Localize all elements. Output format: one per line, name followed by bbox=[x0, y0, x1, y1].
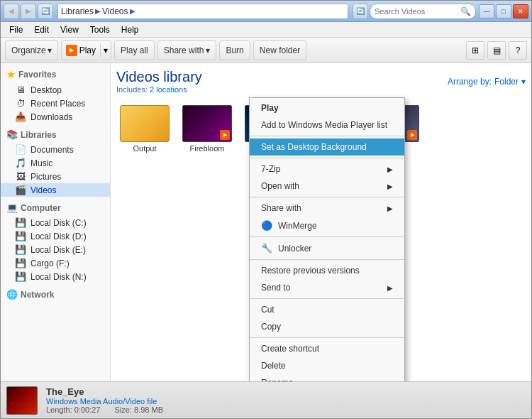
library-subtitle: Includes: 2 locations bbox=[116, 85, 202, 94]
disk-e-icon: 💾 bbox=[15, 244, 26, 255]
sidebar-favorites-label: Favorites bbox=[18, 70, 56, 80]
status-details: Length: 0:00:27 Size: 8.98 MB bbox=[46, 406, 526, 414]
sidebar-desktop-label: Desktop bbox=[31, 85, 62, 95]
ctx-rename[interactable]: Rename bbox=[250, 374, 404, 381]
search-box[interactable]: 🔍 bbox=[370, 4, 476, 19]
view-toggle-button[interactable]: ⊞ bbox=[466, 41, 484, 60]
search-input[interactable] bbox=[375, 7, 458, 16]
sidebar-disk-c-label: Local Disk (C:) bbox=[31, 218, 87, 228]
ctx-open-with-arrow-icon: ▶ bbox=[387, 183, 393, 190]
ctx-set-desktop[interactable]: Set as Desktop Background bbox=[250, 138, 404, 156]
file-item-firebloom[interactable]: ▶ Firebloom bbox=[179, 102, 235, 156]
ctx-copy[interactable]: Copy bbox=[250, 318, 404, 335]
ctx-add-to-wmp[interactable]: Add to Windows Media Player list bbox=[250, 116, 404, 134]
play-main[interactable]: ▶ Play bbox=[62, 43, 101, 58]
sidebar-item-disk-d[interactable]: 💾 Local Disk (D:) bbox=[1, 229, 110, 243]
menu-tools[interactable]: Tools bbox=[84, 23, 116, 36]
sidebar-videos-label: Videos bbox=[31, 185, 56, 195]
organize-button[interactable]: Organize ▾ bbox=[5, 40, 58, 60]
help-button[interactable]: ? bbox=[509, 41, 527, 60]
sidebar-recent-label: Recent Places bbox=[31, 99, 85, 109]
sidebar-network-label: Network bbox=[21, 290, 54, 300]
sidebar-item-pictures[interactable]: 🖼 Pictures bbox=[1, 170, 110, 183]
sidebar-item-disk-c[interactable]: 💾 Local Disk (C:) bbox=[1, 216, 110, 229]
up-button[interactable]: 🔄 bbox=[38, 4, 53, 19]
ctx-7zip[interactable]: 7-Zip ▶ bbox=[250, 160, 404, 178]
menu-file[interactable]: File bbox=[4, 23, 28, 36]
ctx-open-with[interactable]: Open with ▶ bbox=[250, 178, 404, 195]
refresh-button[interactable]: 🔄 bbox=[353, 4, 368, 19]
sidebar-item-downloads[interactable]: 📥 Downloads bbox=[1, 110, 110, 124]
play-dropdown[interactable]: ▾ bbox=[101, 44, 111, 57]
status-filename: The_Eye bbox=[46, 386, 526, 397]
sidebar-network-section: 🌐 Network bbox=[1, 286, 110, 303]
ctx-delete[interactable]: Delete bbox=[250, 357, 404, 374]
unlocker-icon: 🔧 bbox=[261, 243, 272, 254]
menu-edit[interactable]: Edit bbox=[28, 23, 55, 36]
nav-area: ◀ ▶ 🔄 Libraries ▶ Videos ▶ 🔄 🔍 bbox=[4, 4, 476, 19]
sidebar-downloads-label: Downloads bbox=[31, 112, 72, 122]
play-button[interactable]: ▶ Play ▾ bbox=[61, 40, 111, 60]
burn-button[interactable]: Burn bbox=[219, 40, 250, 60]
sidebar-item-disk-n[interactable]: 💾 Local Disk (N:) bbox=[1, 270, 110, 283]
ctx-winmerge[interactable]: 🔵 WinMerge bbox=[250, 217, 404, 234]
ctx-restore[interactable]: Restore previous versions bbox=[250, 262, 404, 279]
sidebar-documents-label: Documents bbox=[31, 145, 74, 155]
sidebar-computer-header[interactable]: 💻 Computer bbox=[1, 200, 110, 216]
address-bar[interactable]: Libraries ▶ Videos ▶ bbox=[57, 4, 348, 19]
maximize-button[interactable]: □ bbox=[496, 4, 511, 18]
ctx-unlocker[interactable]: 🔧 Unlocker bbox=[250, 239, 404, 257]
sidebar-item-cargo-f[interactable]: 💾 Cargo (F:) bbox=[1, 256, 110, 270]
play-all-button[interactable]: Play all bbox=[114, 40, 155, 60]
context-menu: Play Add to Windows Media Player list Se… bbox=[249, 97, 405, 381]
computer-icon: 💻 bbox=[6, 202, 18, 213]
file-area[interactable]: Videos library Includes: 2 locations Arr… bbox=[111, 63, 531, 381]
details-pane-button[interactable]: ▤ bbox=[487, 41, 506, 60]
ctx-sep-1 bbox=[250, 136, 404, 136]
sidebar-item-disk-e[interactable]: 💾 Local Disk (E:) bbox=[1, 243, 110, 256]
sidebar-libraries-header[interactable]: 📚 Libraries bbox=[1, 126, 110, 143]
file-item-output[interactable]: Output bbox=[116, 102, 173, 156]
locations-link[interactable]: 2 locations bbox=[150, 85, 187, 94]
crumb-videos[interactable]: Videos bbox=[102, 6, 128, 16]
ctx-share-with[interactable]: Share with ▶ bbox=[250, 200, 404, 217]
ctx-play[interactable]: Play bbox=[250, 99, 404, 116]
winmerge-icon: 🔵 bbox=[261, 220, 272, 231]
ctx-send-to[interactable]: Send to ▶ bbox=[250, 279, 404, 296]
sidebar-item-desktop[interactable]: 🖥 Desktop bbox=[1, 83, 110, 97]
share-chevron-icon: ▾ bbox=[206, 45, 210, 55]
sidebar-item-recent-places[interactable]: ⏱ Recent Places bbox=[1, 97, 110, 110]
ctx-cut[interactable]: Cut bbox=[250, 301, 404, 318]
disk-d-icon: 💾 bbox=[15, 231, 26, 241]
forward-button[interactable]: ▶ bbox=[21, 4, 36, 19]
menu-bar: File Edit View Tools Help bbox=[1, 22, 531, 38]
minimize-button[interactable]: — bbox=[479, 4, 494, 18]
back-button[interactable]: ◀ bbox=[4, 4, 19, 19]
arrange-by-value[interactable]: Folder bbox=[494, 77, 519, 87]
ctx-create-shortcut-label: Create shortcut bbox=[261, 344, 319, 354]
toolbar: Organize ▾ ▶ Play ▾ Play all Share with … bbox=[1, 38, 531, 63]
sidebar-network-header[interactable]: 🌐 Network bbox=[1, 286, 110, 303]
sidebar-item-videos[interactable]: 🎬 Videos bbox=[1, 183, 110, 197]
ctx-create-shortcut[interactable]: Create shortcut bbox=[250, 340, 404, 357]
menu-view[interactable]: View bbox=[55, 23, 84, 36]
size-value: 8.98 MB bbox=[134, 406, 163, 414]
share-with-button[interactable]: Share with ▾ bbox=[157, 40, 217, 60]
ctx-copy-label: Copy bbox=[261, 322, 281, 332]
sidebar-item-music[interactable]: 🎵 Music bbox=[1, 156, 110, 170]
main-content: ★ Favorites 🖥 Desktop ⏱ Recent Places 📥 … bbox=[1, 63, 531, 381]
sidebar-item-documents[interactable]: 📄 Documents bbox=[1, 143, 110, 156]
ctx-7zip-arrow-icon: ▶ bbox=[387, 165, 393, 173]
crumb-libraries[interactable]: Libraries bbox=[61, 6, 94, 16]
search-icon: 🔍 bbox=[460, 6, 471, 16]
sidebar-disk-e-label: Local Disk (E:) bbox=[31, 245, 86, 255]
new-folder-button[interactable]: New folder bbox=[253, 40, 306, 60]
ctx-sep-3 bbox=[250, 197, 404, 197]
title-bar: ◀ ▶ 🔄 Libraries ▶ Videos ▶ 🔄 🔍 — □ ✕ bbox=[1, 1, 531, 22]
menu-help[interactable]: Help bbox=[116, 23, 145, 36]
sidebar-favorites-header[interactable]: ★ Favorites bbox=[1, 66, 110, 83]
ctx-sep-2 bbox=[250, 158, 404, 158]
breadcrumb: Libraries ▶ Videos ▶ bbox=[61, 6, 135, 16]
ctx-play-label: Play bbox=[261, 103, 279, 113]
close-button[interactable]: ✕ bbox=[513, 4, 528, 18]
